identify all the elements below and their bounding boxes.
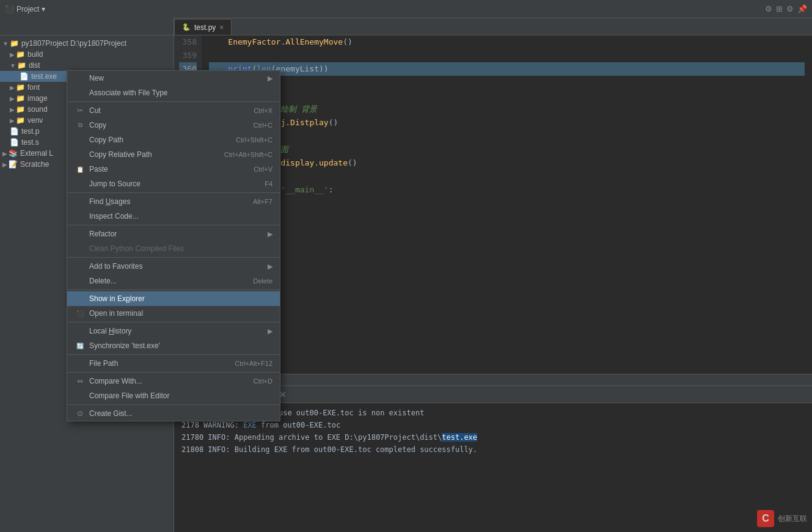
ctx-item-associate[interactable]: Associate with File Type (67, 86, 280, 100)
code-line-blank1 (209, 76, 805, 89)
terminal-line-3: 21780 INFO: Appending archive to EXE D:\… (181, 431, 805, 443)
ctx-item-copy-rel-path[interactable]: Copy Relative Path Ctrl+Alt+Shift+C (67, 147, 280, 162)
ctx-shortcut-jump: F4 (265, 180, 272, 188)
ctx-label-new: New (89, 74, 263, 82)
ctx-sep-3 (67, 225, 280, 225)
folder-icon-venv: 📁 (16, 116, 25, 125)
tree-label-image: image (27, 94, 48, 103)
scratch-icon: 📝 (9, 160, 18, 169)
ctx-item-new[interactable]: New ▶ (67, 71, 280, 86)
folder-icon-image: 📁 (16, 94, 25, 103)
ctx-label-file-path: File Path (89, 359, 235, 368)
watermark-logo: C (757, 510, 774, 527)
tree-item-project-root[interactable]: ▼ 📁 py1807Project D:\py1807Project (0, 38, 174, 49)
terminal-content: 2178 WARNING: EXE because out00-EXE.toc … (174, 403, 812, 532)
file-icon-test-p: 📄 (10, 127, 19, 136)
ctx-label-find-usages: Find Usages (89, 197, 253, 206)
ctx-label-jump-source: Jump to Source (89, 180, 265, 188)
code-content: EnemyFactor.AllEnemyMove() print(len(ene… (202, 35, 812, 374)
tree-label-venv: venv (27, 116, 43, 125)
tree-label-test-s: test.s (21, 138, 39, 147)
tab-test-py[interactable]: 🐍 test.py × (174, 19, 232, 35)
ctx-item-jump-source[interactable]: Jump to Source F4 (67, 177, 280, 191)
ctx-shortcut-compare: Ctrl+D (254, 377, 272, 385)
ctx-item-paste[interactable]: 📋 Paste Ctrl+V (67, 162, 280, 177)
tree-arrow: ▼ (2, 40, 9, 47)
ctx-shortcut-copy-path: Ctrl+Shift+C (236, 136, 272, 144)
ctx-sep-7 (67, 354, 280, 355)
ctx-cut-icon: ✂ (75, 106, 86, 115)
watermark-text: 创新互联 (778, 514, 807, 524)
ctx-label-inspect: Inspect Code... (89, 212, 272, 220)
ctx-shortcut-cut: Ctrl+X (254, 107, 272, 114)
ctx-item-favorites[interactable]: Add to Favorites ▶ (67, 259, 280, 274)
ctx-item-refactor[interactable]: Refactor ▶ (67, 227, 280, 241)
project-label: Project (16, 5, 39, 13)
project-name: py1807Project D:\py1807Project (21, 39, 126, 48)
toolbar-gear-icon[interactable]: ⚙ (786, 4, 794, 13)
code-line-358: EnemyFactor.AllEnemyMove() (209, 35, 805, 49)
ctx-item-local-history[interactable]: Local History ▶ (67, 324, 280, 338)
ctx-sep-8 (67, 372, 280, 373)
tab-close-icon[interactable]: × (219, 23, 224, 32)
tree-item-dist[interactable]: ▼ 📁 dist (0, 60, 174, 71)
ctx-shortcut-find: Alt+F7 (253, 198, 272, 205)
ctx-label-copy-path: Copy Path (89, 136, 236, 144)
watermark: C 创新互联 (757, 510, 807, 527)
code-line-main-call: Main() (209, 197, 805, 210)
ctx-item-synchronize[interactable]: 🔄 Synchronize 'test.exe' (67, 338, 280, 353)
ctx-label-associate: Associate with File Type (89, 89, 272, 97)
code-line-comment2: # 更新画面 (209, 143, 805, 156)
ctx-item-file-path[interactable]: File Path Ctrl+Alt+F12 (67, 356, 280, 371)
ctx-item-cut[interactable]: ✂ Cut Ctrl+X (67, 103, 280, 118)
tree-label-test-exe: test.exe (31, 72, 57, 81)
code-line-main-if: if __name__ == '__main__': (209, 183, 805, 197)
ctx-label-delete: Delete... (89, 277, 253, 285)
ctx-shortcut-paste: Ctrl+V (254, 166, 272, 173)
ctx-label-cut: Cut (89, 106, 254, 115)
ctx-item-copy[interactable]: ⧉ Copy Ctrl+C (67, 118, 280, 133)
code-line-359 (209, 49, 805, 62)
ctx-label-compare-editor: Compare File with Editor (89, 392, 272, 400)
tree-label-sound: sound (27, 105, 48, 114)
context-menu: New ▶ Associate with File Type ✂ Cut Ctr… (67, 70, 280, 421)
ctx-label-clean: Clean Python Compiled Files (89, 244, 272, 253)
ctx-item-copy-path[interactable]: Copy Path Ctrl+Shift+C (67, 133, 280, 147)
ctx-copy-icon: ⧉ (75, 122, 86, 129)
ctx-compare-icon: ⇔ (75, 377, 86, 385)
ctx-item-open-terminal[interactable]: ⬛ Open in terminal (67, 306, 280, 321)
ctx-label-copy: Copy (89, 121, 254, 129)
ctx-arrow-refactor: ▶ (268, 230, 272, 238)
file-icon-test-s: 📄 (10, 138, 19, 147)
ctx-item-inspect[interactable]: Inspect Code... (67, 209, 280, 224)
tree-item-build[interactable]: ▶ 📁 build (0, 49, 174, 60)
ctx-shortcut-filepath: Ctrl+Alt+F12 (235, 360, 272, 367)
terminal-line-4: 21808 INFO: Building EXE from out00-EXE.… (181, 443, 805, 456)
ctx-sep-9 (67, 404, 280, 405)
ctx-label-open-terminal: Open in terminal (89, 309, 272, 318)
ctx-item-compare-with[interactable]: ⇔ Compare With... Ctrl+D (67, 374, 280, 388)
ctx-label-local-history: Local History (89, 327, 263, 335)
folder-icon-sound: 📁 (16, 105, 25, 114)
ctx-label-refactor: Refactor (89, 230, 263, 238)
ctx-label-show-explorer: Show in Explorer (89, 294, 272, 303)
toolbar-layout-icon[interactable]: ⊞ (776, 4, 783, 13)
ctx-item-delete[interactable]: Delete... Delete (67, 274, 280, 288)
dropdown-icon[interactable]: ▾ (42, 5, 45, 13)
ctx-item-create-gist[interactable]: ⊙ Create Gist... (67, 406, 280, 421)
tree-label-font: font (27, 83, 40, 92)
code-line-blank2 (209, 129, 805, 143)
ctx-item-find-usages[interactable]: Find Usages Alt+F7 (67, 194, 280, 209)
ctx-label-create-gist: Create Gist... (89, 409, 272, 418)
ctx-paste-icon: 📋 (75, 166, 86, 173)
ctx-item-show-explorer[interactable]: Show in Explorer (67, 291, 280, 306)
ctx-item-compare-editor[interactable]: Compare File with Editor (67, 388, 280, 403)
code-line-360: print(len(enemyList)) (209, 62, 805, 76)
ctx-arrow-favorites: ▶ (268, 263, 272, 271)
tree-label-test-p: test.p (21, 127, 39, 136)
toolbar-pin-icon[interactable]: 📌 (797, 4, 807, 13)
ctx-shortcut-delete: Delete (253, 277, 272, 285)
toolbar-settings-icon[interactable]: ⚙ (765, 4, 772, 13)
external-icon: 📚 (9, 149, 18, 158)
ctx-label-favorites: Add to Favorites (89, 262, 263, 271)
